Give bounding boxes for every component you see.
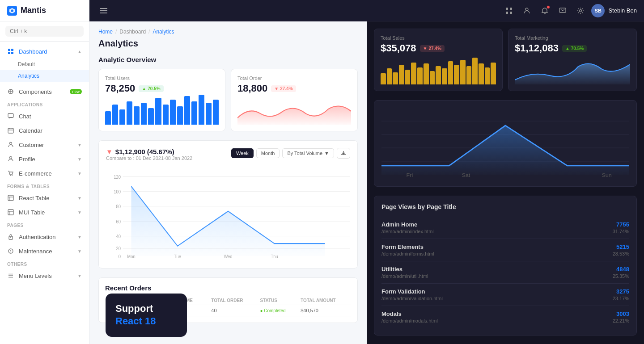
sidebar-item-dashboard[interactable]: Dashboard ▲ bbox=[0, 44, 89, 59]
svg-rect-4 bbox=[8, 52, 10, 54]
sidebar-item-maintenance[interactable]: Maintenance ▼ bbox=[0, 244, 89, 258]
bar bbox=[472, 58, 478, 85]
download-button[interactable] bbox=[337, 148, 350, 159]
sidebar-item-customer[interactable]: Customer ▼ bbox=[0, 138, 89, 152]
notifications-button[interactable] bbox=[538, 4, 552, 18]
dark-panel: Total Sales $35,078 ▼ 27.4% Total Market… bbox=[367, 21, 644, 344]
svg-point-17 bbox=[12, 175, 13, 176]
income-overview-section: ▼ $1,12,900 (45.67%) Compare to : 01 Dec… bbox=[98, 140, 358, 268]
page-view-item: Modals /demo/admin/modals.html 3003 22.2… bbox=[381, 306, 629, 328]
income-line-chart: 120 100 80 60 40 20 0 bbox=[106, 172, 350, 261]
dashboard-label: Dashboard bbox=[19, 48, 47, 55]
income-left: ▼ $1,12,900 (45.67%) Compare to : 01 Dec… bbox=[106, 148, 192, 166]
chevron-down-maintenance: ▼ bbox=[77, 249, 82, 254]
svg-rect-37 bbox=[506, 12, 508, 14]
ecommerce-icon bbox=[7, 170, 14, 177]
svg-text:Sun: Sun bbox=[602, 173, 611, 178]
week-button[interactable]: Week bbox=[231, 148, 254, 158]
sidebar-item-authentication[interactable]: Authentication ▼ bbox=[0, 230, 89, 244]
auth-icon bbox=[7, 233, 14, 240]
income-header: ▼ $1,12,900 (45.67%) Compare to : 01 Dec… bbox=[106, 148, 350, 166]
search-input[interactable] bbox=[5, 26, 84, 37]
total-sales-card: Total Sales $35,078 ▼ 27.4% bbox=[374, 29, 503, 91]
dark-stat-cards: Total Sales $35,078 ▼ 27.4% Total Market… bbox=[374, 29, 637, 91]
sidebar-item-menu-levels[interactable]: Menu Levels ▼ bbox=[0, 268, 89, 283]
col-status: STATUS bbox=[257, 296, 298, 305]
month-button[interactable]: Month bbox=[256, 148, 280, 158]
marketing-area-chart bbox=[515, 58, 630, 84]
pv-url: /demo/admin/modals.html bbox=[381, 318, 438, 323]
bar bbox=[127, 101, 132, 125]
hamburger-button[interactable] bbox=[97, 4, 111, 18]
logo[interactable]: Mantis bbox=[0, 0, 89, 21]
pv-name: Modals bbox=[381, 310, 438, 317]
bar bbox=[163, 105, 169, 125]
pv-pct: 25.35% bbox=[613, 273, 629, 279]
page-views-list: Admin Home /demo/admin/index.html 7755 3… bbox=[381, 217, 629, 328]
support-popup[interactable]: Support React 18 bbox=[106, 294, 187, 337]
menu-icon bbox=[7, 272, 14, 279]
bar bbox=[393, 72, 398, 85]
apps-button[interactable] bbox=[502, 4, 516, 18]
calendar-icon bbox=[7, 127, 14, 134]
profile-icon bbox=[7, 155, 14, 163]
bar bbox=[399, 65, 404, 84]
sidebar-item-analytics[interactable]: Analytics bbox=[0, 70, 89, 82]
svg-point-15 bbox=[10, 157, 12, 159]
svg-text:Fri: Fri bbox=[407, 173, 413, 178]
sidebar-item-mui-table[interactable]: MUI Table ▼ bbox=[0, 205, 89, 219]
bar bbox=[430, 71, 435, 84]
svg-rect-10 bbox=[8, 128, 13, 133]
pv-pct: 22.21% bbox=[613, 318, 629, 323]
total-users-value: 78,250 bbox=[105, 83, 135, 94]
settings-button[interactable] bbox=[573, 4, 588, 18]
pages-section-label: Pages bbox=[0, 219, 89, 230]
chevron-down-react-table: ▼ bbox=[77, 196, 82, 201]
sidebar-item-default[interactable]: Default bbox=[0, 59, 89, 70]
total-users-card: Total Users 78,250 ▲ 70.5% bbox=[98, 69, 225, 131]
page-views-title: Page Views by Page Title bbox=[381, 203, 629, 210]
pv-url: /demo/admin/validation.html bbox=[381, 296, 443, 301]
svg-point-25 bbox=[10, 237, 11, 238]
sidebar-item-calendar[interactable]: Calendar bbox=[0, 123, 89, 138]
bar bbox=[436, 66, 441, 84]
svg-point-14 bbox=[10, 143, 12, 145]
svg-rect-5 bbox=[11, 52, 13, 54]
svg-rect-3 bbox=[11, 49, 13, 51]
other-section-label: Others bbox=[0, 258, 89, 268]
sidebar-item-react-table[interactable]: React Table ▼ bbox=[0, 191, 89, 205]
pv-left: Form Validation /demo/admin/validation.h… bbox=[381, 288, 443, 301]
volume-dropdown[interactable]: By Total Volume ▼ bbox=[282, 148, 334, 158]
support-title: Support React 18 bbox=[115, 302, 177, 328]
pv-left: Admin Home /demo/admin/index.html bbox=[381, 221, 434, 234]
topbar-left bbox=[97, 4, 111, 18]
svg-rect-9 bbox=[8, 113, 13, 117]
total-users-label: Total Users bbox=[105, 76, 219, 81]
applications-section-label: Applications bbox=[0, 99, 89, 109]
bar bbox=[381, 73, 386, 84]
sidebar-item-components[interactable]: Components new bbox=[0, 84, 89, 99]
profile-button[interactable] bbox=[520, 4, 534, 18]
user-profile[interactable]: SB Stebin Ben bbox=[591, 4, 637, 17]
bar bbox=[112, 105, 118, 125]
bar bbox=[148, 108, 154, 125]
sidebar: Mantis Dashboard ▲ Default Analytics Com… bbox=[0, 0, 89, 344]
pv-name: Utilities bbox=[381, 266, 428, 273]
bar bbox=[134, 106, 140, 125]
total-order-badge: ▼ 27.4% bbox=[271, 85, 296, 92]
svg-point-16 bbox=[10, 175, 11, 176]
sidebar-item-profile[interactable]: Profile ▼ bbox=[0, 152, 89, 166]
logo-icon bbox=[7, 6, 17, 16]
messages-button[interactable] bbox=[555, 4, 570, 18]
bar bbox=[491, 63, 496, 85]
forms-section-label: Forms & Tables bbox=[0, 180, 89, 191]
pv-right: 4848 25.35% bbox=[613, 266, 629, 279]
recent-orders-title: Recent Orders bbox=[105, 284, 351, 292]
sidebar-item-chat[interactable]: Chat bbox=[0, 109, 89, 123]
mui-icon bbox=[7, 209, 14, 216]
sidebar-item-ecommerce[interactable]: E-commerce ▼ bbox=[0, 166, 89, 180]
pv-count: 7755 bbox=[613, 221, 629, 228]
pv-url: /demo/admin/util.html bbox=[381, 273, 428, 279]
pv-count: 5215 bbox=[613, 243, 629, 250]
chevron-down-auth: ▼ bbox=[77, 235, 82, 239]
